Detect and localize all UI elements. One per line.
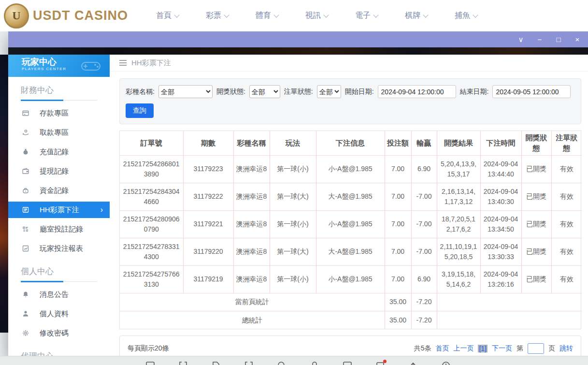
logo-coin-icon: U xyxy=(4,3,29,29)
table-cell: 7.00 xyxy=(385,155,411,183)
table-cell: 有效 xyxy=(551,238,582,265)
search-icon[interactable] xyxy=(276,360,287,365)
hand-coin-icon xyxy=(21,129,29,137)
maximize-icon[interactable]: □ xyxy=(555,36,562,43)
column-header-開獎結果: 開獎結果 xyxy=(437,131,480,155)
next-page-link[interactable]: 下一页 xyxy=(492,344,512,353)
table-cell: 31179223 xyxy=(183,155,233,183)
table-cell: 澳洲幸运8 xyxy=(233,155,270,183)
table-cell: 2024-09-04 13:30:33 xyxy=(480,238,521,265)
draw-status-label: 開獎狀態: xyxy=(216,88,245,96)
table-cell: 澳洲幸运8 xyxy=(233,210,270,238)
nav-item-1[interactable]: 首頁 xyxy=(156,11,179,21)
table-cell: 第一球(小) xyxy=(270,210,316,238)
nav-item-label: 捕魚 xyxy=(455,11,470,21)
table-cell: 第一球(小) xyxy=(270,265,316,293)
window-banner-image xyxy=(8,47,588,55)
table-cell: 大-A盤@1.985 xyxy=(316,238,385,265)
nav-item-3[interactable]: 體育 xyxy=(256,11,278,21)
end-date-label: 結束日期: xyxy=(460,88,489,96)
sidebar-item-充值記錄[interactable]: 充值記錄 xyxy=(8,142,110,161)
sidebar-item-個人資料[interactable]: 個人資料 xyxy=(8,304,110,323)
nav-item-2[interactable]: 彩票 xyxy=(206,11,229,21)
page-jump-input[interactable] xyxy=(528,343,544,354)
total-count-text: 共5条 xyxy=(414,344,431,353)
nav-item-4[interactable]: 視訊 xyxy=(305,11,328,21)
sidebar-item-label: 修改密碼 xyxy=(40,329,69,338)
query-button[interactable]: 查詢 xyxy=(126,103,154,118)
table-cell: 7.00 xyxy=(385,210,411,238)
sidebar-item-修改密碼[interactable]: 修改密碼 xyxy=(8,323,110,343)
table-row: 215217254280906079031179221澳洲幸运8第一球(小)小-… xyxy=(120,210,582,238)
nav-item-7[interactable]: 捕魚 xyxy=(455,11,477,21)
hamburger-menu-icon[interactable] xyxy=(119,60,127,66)
start-date-input[interactable] xyxy=(378,85,456,98)
summary-winloss-total: -7.20 xyxy=(411,293,437,311)
document-icon[interactable] xyxy=(211,360,221,365)
sidebar-item-資金記錄[interactable]: 資金記錄 xyxy=(8,181,110,200)
clock-icon[interactable] xyxy=(441,360,451,365)
sidebar-item-廳室投註記錄[interactable]: 廳室投註記錄 xyxy=(8,219,110,239)
nav-item-5[interactable]: 電子 xyxy=(355,11,378,21)
column-header-訂單號: 訂單號 xyxy=(120,131,183,155)
ledger-icon xyxy=(21,206,29,214)
jump-link[interactable]: 跳转 xyxy=(559,344,573,353)
sidebar-item-消息公告[interactable]: 消息公告 xyxy=(8,285,110,304)
sidebar-item-玩家投注報表[interactable]: 玩家投注報表 xyxy=(8,239,110,258)
sidebar-item-存款專區[interactable]: 存款專區 xyxy=(8,103,110,123)
draw-status-select[interactable]: 全部 xyxy=(249,85,280,98)
sidebar-item-label: 消息公告 xyxy=(40,290,69,299)
chevron-down-icon xyxy=(473,12,478,17)
chevron-right-icon: › xyxy=(100,205,103,214)
column-header-開獎狀態: 開獎狀態 xyxy=(521,131,551,155)
table-cell: 2152172542868013890 xyxy=(120,155,183,183)
end-date-input[interactable] xyxy=(492,85,571,98)
brackets-icon[interactable] xyxy=(178,360,188,365)
table-cell: 有效 xyxy=(551,210,582,238)
sidebar-item-label: 廳室投註記錄 xyxy=(40,225,83,234)
summary-empty-cell xyxy=(437,293,582,311)
prev-page-link[interactable]: 上一页 xyxy=(453,344,473,353)
table-cell: 已開獎 xyxy=(521,183,551,210)
table-row: 215217254275766313031179219澳洲幸运8第一球(小)小-… xyxy=(120,265,582,293)
sidebar-item-取款專區[interactable]: 取款專區 xyxy=(8,123,110,142)
window-icon[interactable] xyxy=(342,360,353,365)
current-page-indicator: [1] xyxy=(478,345,488,352)
sidebar-section-label: 代理中心 xyxy=(21,349,97,356)
table-cell: 6.90 xyxy=(411,265,437,293)
person-icon[interactable] xyxy=(309,360,320,365)
bets-table: 訂單號期數彩種名稱玩法下注信息投注額輸贏開獎結果下注時間開獎狀態注單狀態 215… xyxy=(119,131,581,329)
notification-icon[interactable] xyxy=(375,360,386,365)
person-icon xyxy=(21,310,29,318)
pagination-bar: 每頁顯示20條 共5条 首页 上一页 [1] 下一页 第 页 跳转 xyxy=(119,336,581,356)
nav-item-label: 彩票 xyxy=(206,11,221,21)
table-cell: 小-A盤@1.985 xyxy=(316,155,385,183)
order-status-select[interactable]: 全部 xyxy=(317,85,341,98)
sidebar-item-label: 取款專區 xyxy=(40,128,69,137)
sidebar-item-label: 存款專區 xyxy=(40,109,69,118)
jump-prefix-label: 第 xyxy=(516,344,523,353)
window-icon[interactable] xyxy=(145,360,156,365)
gamepad-icon xyxy=(80,58,102,73)
first-page-link[interactable]: 首页 xyxy=(435,344,449,353)
brackets-icon[interactable] xyxy=(244,360,254,365)
table-cell: 31179219 xyxy=(183,265,233,293)
table-cell: 已開獎 xyxy=(521,265,551,293)
sidebar: 玩家中心 PLAYERS CENTER 財務中心存款專區取款專區充值記錄提現記錄… xyxy=(8,55,110,356)
brand-logo[interactable]: U USDT CASINO xyxy=(0,3,128,29)
sidebar-section: 代理中心 xyxy=(8,349,110,356)
sidebar-section: 財務中心存款專區取款專區充值記錄提現記錄資金記錄HH彩票下注›廳室投註記錄玩家投… xyxy=(8,83,110,258)
nav-item-6[interactable]: 棋牌 xyxy=(405,11,428,21)
lottery-name-select[interactable]: 全部 xyxy=(158,85,213,98)
close-icon[interactable]: × xyxy=(574,36,581,43)
minimize-icon[interactable]: − xyxy=(536,36,544,43)
sidebar-item-HH彩票下注[interactable]: HH彩票下注› xyxy=(8,202,110,218)
table-cell: 2,16,13,14,1,17,3,12 xyxy=(437,183,480,210)
table-cell: 7.00 xyxy=(385,265,411,293)
sidebar-item-提現記錄[interactable]: 提現記錄 xyxy=(8,161,110,181)
upload-icon[interactable] xyxy=(408,360,418,365)
column-header-注單狀態: 注單狀態 xyxy=(551,131,582,155)
collapse-icon[interactable]: ∨ xyxy=(517,36,525,43)
column-header-期數: 期數 xyxy=(183,131,233,155)
list-icon xyxy=(21,225,29,234)
